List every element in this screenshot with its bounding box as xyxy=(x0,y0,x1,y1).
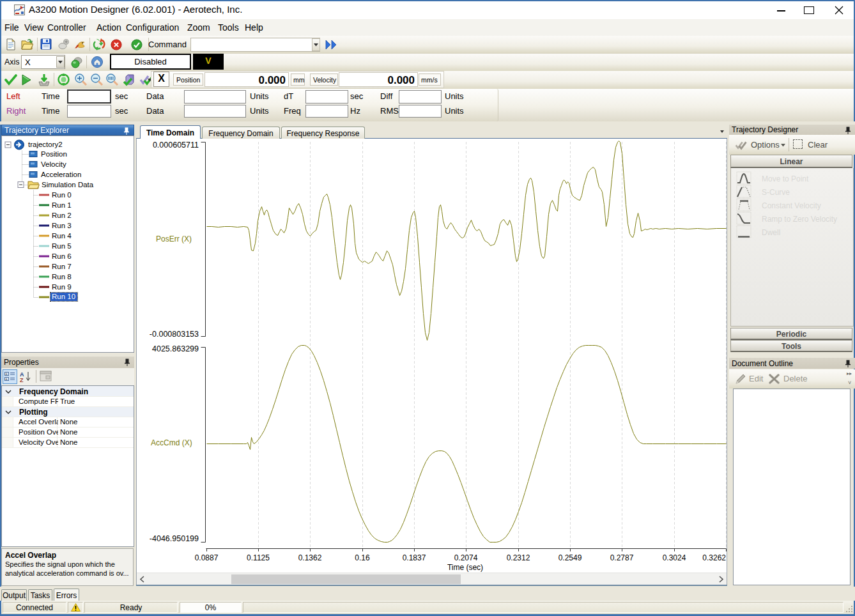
svg-text:0.2074: 0.2074 xyxy=(454,553,478,562)
svg-text:0.3262: 0.3262 xyxy=(702,553,726,562)
svg-text:0.1837: 0.1837 xyxy=(403,553,426,562)
svg-text:0.2312: 0.2312 xyxy=(507,553,530,562)
svg-text:AccCmd (X): AccCmd (X) xyxy=(151,438,192,447)
svg-text:+: + xyxy=(5,377,8,381)
svg-text:0.1362: 0.1362 xyxy=(298,553,322,562)
svg-text:-0.000803153: -0.000803153 xyxy=(150,330,199,339)
svg-text:+: + xyxy=(5,372,8,376)
svg-text:0.2549: 0.2549 xyxy=(558,553,582,562)
svg-text:-4046.950199: -4046.950199 xyxy=(150,534,199,543)
svg-text:4025.863299: 4025.863299 xyxy=(152,344,199,353)
svg-text:0.000605711: 0.000605711 xyxy=(153,141,199,150)
svg-text:Time (sec): Time (sec) xyxy=(447,563,483,572)
svg-text:Z: Z xyxy=(20,377,24,383)
svg-text:0.3024: 0.3024 xyxy=(663,553,686,562)
svg-text:PosErr (X): PosErr (X) xyxy=(156,235,192,243)
svg-text:0.0887: 0.0887 xyxy=(195,553,219,562)
svg-text:0.16: 0.16 xyxy=(355,553,370,562)
svg-text:0.2787: 0.2787 xyxy=(610,553,634,562)
svg-text:0.1125: 0.1125 xyxy=(247,553,270,562)
